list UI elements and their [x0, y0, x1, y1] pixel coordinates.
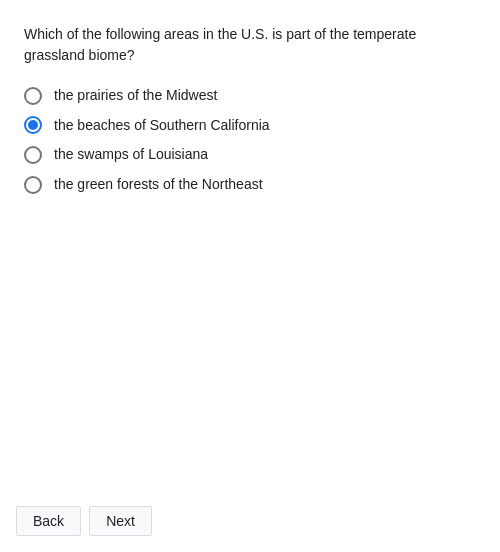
footer: Back Next — [0, 496, 500, 552]
radio-1[interactable] — [24, 87, 42, 105]
radio-2[interactable] — [24, 116, 42, 134]
main-content: Which of the following areas in the U.S.… — [0, 0, 500, 496]
question-text: Which of the following areas in the U.S.… — [24, 24, 476, 66]
option-1-label: the prairies of the Midwest — [54, 86, 217, 106]
option-2-label: the beaches of Southern California — [54, 116, 270, 136]
option-4-label: the green forests of the Northeast — [54, 175, 263, 195]
option-4[interactable]: the green forests of the Northeast — [24, 175, 476, 195]
radio-4[interactable] — [24, 176, 42, 194]
option-1[interactable]: the prairies of the Midwest — [24, 86, 476, 106]
option-3-label: the swamps of Louisiana — [54, 145, 208, 165]
radio-2-inner — [28, 120, 38, 130]
radio-3[interactable] — [24, 146, 42, 164]
options-list: the prairies of the Midwest the beaches … — [24, 86, 476, 194]
next-button[interactable]: Next — [89, 506, 152, 536]
option-3[interactable]: the swamps of Louisiana — [24, 145, 476, 165]
back-button[interactable]: Back — [16, 506, 81, 536]
option-2[interactable]: the beaches of Southern California — [24, 116, 476, 136]
